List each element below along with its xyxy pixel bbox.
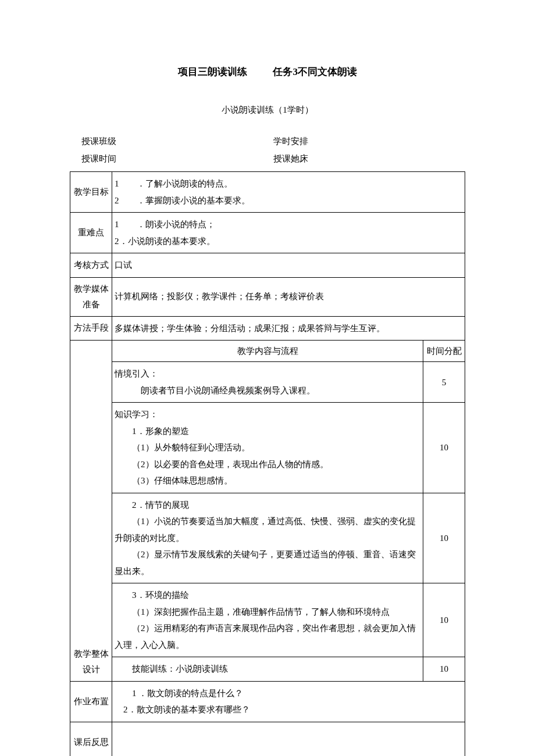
sec4-l1: 3．环境的描绘 <box>115 587 420 604</box>
row-sec5: 技能训练：小说朗读训练 10 <box>70 657 465 682</box>
row-method: 方法手段 多媒体讲授；学生体验；分组活动；成果汇报；成果答辩与学生互评。 <box>70 316 465 341</box>
title-part2: 任务3不同文体朗读 <box>273 66 357 77</box>
sec5-content: 技能训练：小说朗读训练 <box>112 657 423 682</box>
sec2-l5: （3）仔细体味思想感情。 <box>115 472 420 489</box>
row-assess: 考核方式 口试 <box>70 253 465 278</box>
sec2-l2: 1．形象的塑造 <box>115 423 420 440</box>
sec4-l3: （2）运用精彩的有声语言来展现作品内容，突出作者思想，就会更加入情入理，入心入脑… <box>115 620 420 653</box>
media-value: 计算机网络；投影仪；教学课件；任务单；考核评价表 <box>112 277 465 316</box>
keypoints-content: 1．朗读小说的特点； 2．小说朗读的基本要求。 <box>112 213 465 253</box>
row-keypoints: 重难点 1．朗读小说的特点； 2．小说朗读的基本要求。 <box>70 213 465 253</box>
hw-l1-text: ．散文朗读的特点是什么？ <box>138 689 243 698</box>
sec1-l1: 情境引入： <box>115 369 158 378</box>
kp-line1-num: 1 <box>115 220 119 229</box>
sec5-time: 10 <box>423 657 465 682</box>
sec4-time: 10 <box>423 583 465 657</box>
goal-line1-text: ．了解小说朗读的特点。 <box>137 179 233 188</box>
assess-label: 考核方式 <box>70 253 112 278</box>
hours-label: 学时安排 <box>273 137 308 146</box>
sec3-content: 2．情节的展现 （1）小说的节奏要适当加大幅度，通过高低、快慢、强弱、虚实的变化… <box>112 493 423 583</box>
sec1-content: 情境引入： 朗读者节目小说朗诵经典视频案例导入课程。 <box>112 362 423 403</box>
goal-line2-num: 2 <box>115 196 119 205</box>
sec1-l2: 朗读者节目小说朗诵经典视频案例导入课程。 <box>115 382 420 399</box>
row-reflect: 课后反思 <box>70 722 465 756</box>
design-label: 教学整体设计 <box>70 341 112 682</box>
time-label: 授课时间 <box>81 154 116 163</box>
sec5-l1: 技能训练：小说朗读训练 <box>115 661 420 678</box>
sec2-l3: （1）从外貌特征到心理活动。 <box>115 439 420 456</box>
bed-label: 授课她床 <box>273 154 308 163</box>
hw-l2: 2．散文朗读的基本要求有哪些？ <box>115 705 250 714</box>
row-goal: 教学目标 1．了解小说朗读的特点。 2．掌握朗读小说的基本要求。 <box>70 172 465 213</box>
sec2-l1: 知识学习： <box>115 410 158 419</box>
subtitle: 小说朗读训练（1学时） <box>70 103 465 117</box>
class-label: 授课班级 <box>81 137 116 146</box>
main-table: 教学目标 1．了解小说朗读的特点。 2．掌握朗读小说的基本要求。 重难点 1．朗… <box>70 171 465 756</box>
sec3-l1: 2．情节的展现 <box>115 497 420 514</box>
row-media: 教学媒体准备 计算机网络；投影仪；教学课件；任务单；考核评价表 <box>70 277 465 316</box>
kp-line1-text: ．朗读小说的特点； <box>137 220 215 229</box>
sec4-l2: （1）深刻把握作品主题，准确理解作品情节，了解人物和环境特点 <box>115 604 420 621</box>
method-value: 多媒体讲授；学生体验；分组活动；成果汇报；成果答辩与学生互评。 <box>112 316 465 341</box>
hw-l1-num: 1 <box>115 689 137 698</box>
assess-value: 口试 <box>112 253 465 278</box>
goal-label: 教学目标 <box>70 172 112 213</box>
row-sec2: 知识学习： 1．形象的塑造 （1）从外貌特征到心理活动。 （2）以必要的音色处理… <box>70 403 465 493</box>
title-part1: 项目三朗读训练 <box>178 66 247 77</box>
sec3-l2: （1）小说的节奏要适当加大幅度，通过高低、快慢、强弱、虚实的变化提升朗读的对比度… <box>115 513 420 546</box>
sec3-l3: （2）显示情节发展线索的关键句子，更要通过适当的停顿、重音、语速突显出来。 <box>115 546 420 579</box>
sec2-time: 10 <box>423 403 465 493</box>
row-sec1: 情境引入： 朗读者节目小说朗诵经典视频案例导入课程。 5 <box>70 362 465 403</box>
goal-content: 1．了解小说朗读的特点。 2．掌握朗读小说的基本要求。 <box>112 172 465 213</box>
meta-row-1: 授课班级 学时安排 <box>70 134 465 148</box>
row-homework: 作业布置 1 ．散文朗读的特点是什么？ 2．散文朗读的基本要求有哪些？ <box>70 681 465 722</box>
goal-line1-num: 1 <box>115 179 119 188</box>
homework-content: 1 ．散文朗读的特点是什么？ 2．散文朗读的基本要求有哪些？ <box>112 681 465 722</box>
goal-line2-text: ．掌握朗读小说的基本要求。 <box>137 196 250 205</box>
design-header-content: 教学内容与流程 <box>112 341 423 362</box>
meta-row-2: 授课时间 授课她床 <box>70 152 465 166</box>
sec3-time: 10 <box>423 493 465 583</box>
method-label: 方法手段 <box>70 316 112 341</box>
design-header-time: 时间分配 <box>423 341 465 362</box>
page-title: 项目三朗读训练 任务3不同文体朗读 <box>70 64 465 80</box>
reflect-value <box>112 722 465 756</box>
kp-line2: 2．小说朗读的基本要求。 <box>115 237 215 246</box>
sec1-time: 5 <box>423 362 465 403</box>
homework-label: 作业布置 <box>70 681 112 722</box>
keypoints-label: 重难点 <box>70 213 112 253</box>
row-sec3: 2．情节的展现 （1）小说的节奏要适当加大幅度，通过高低、快慢、强弱、虚实的变化… <box>70 493 465 583</box>
sec2-content: 知识学习： 1．形象的塑造 （1）从外貌特征到心理活动。 （2）以必要的音色处理… <box>112 403 423 493</box>
row-design-header: 教学整体设计 教学内容与流程 时间分配 <box>70 341 465 362</box>
sec2-l4: （2）以必要的音色处理，表现出作品人物的情感。 <box>115 456 420 473</box>
sec4-content: 3．环境的描绘 （1）深刻把握作品主题，准确理解作品情节，了解人物和环境特点 （… <box>112 583 423 657</box>
reflect-label: 课后反思 <box>70 722 112 756</box>
row-sec4: 3．环境的描绘 （1）深刻把握作品主题，准确理解作品情节，了解人物和环境特点 （… <box>70 583 465 657</box>
media-label: 教学媒体准备 <box>70 277 112 316</box>
